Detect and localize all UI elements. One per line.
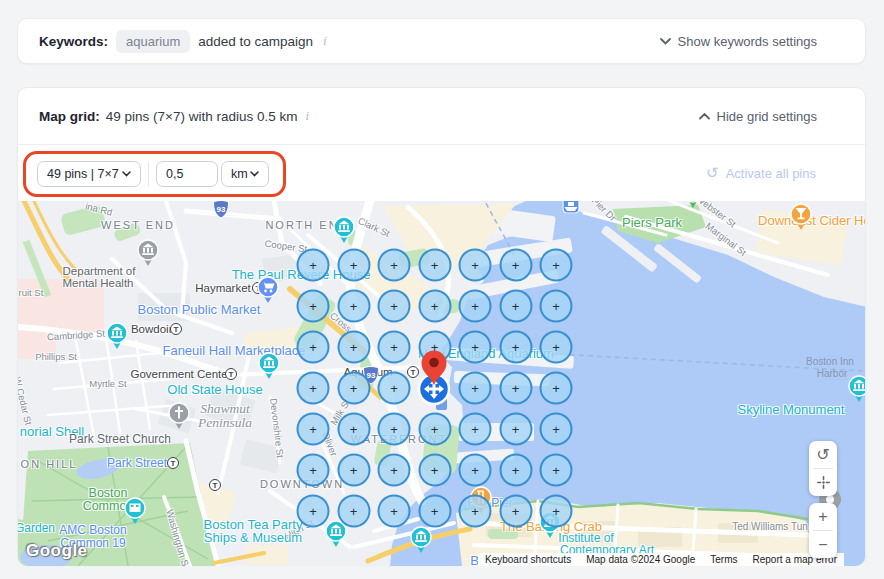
map-label: Boston Public Market <box>138 302 261 317</box>
grid-pin[interactable]: + <box>378 494 411 527</box>
museum-poi-marker-icon <box>257 352 281 384</box>
grid-pin[interactable]: + <box>540 371 573 404</box>
terms-link[interactable]: Terms <box>710 554 737 565</box>
grid-pin[interactable]: + <box>297 453 330 486</box>
map-label: WEST END <box>101 219 175 231</box>
grid-pin[interactable]: + <box>459 330 492 363</box>
grid-pin[interactable]: + <box>418 494 451 527</box>
grid-pin[interactable]: + <box>540 494 573 527</box>
transit-station-icon: T <box>167 457 179 469</box>
grid-pin[interactable]: + <box>297 371 330 404</box>
google-logo[interactable]: Google <box>26 541 88 561</box>
grid-pin[interactable]: + <box>499 494 532 527</box>
grid-pin[interactable]: + <box>418 248 451 281</box>
zoom-out-button[interactable]: − <box>809 531 837 558</box>
grid-pin[interactable]: + <box>297 412 330 445</box>
grid-pin[interactable]: + <box>297 494 330 527</box>
grid-pin[interactable]: + <box>378 330 411 363</box>
radius-input[interactable] <box>156 161 218 187</box>
grid-pin[interactable]: + <box>378 453 411 486</box>
grid-pin[interactable]: + <box>499 371 532 404</box>
grid-pin[interactable]: + <box>540 412 573 445</box>
map-label: Bowdoin <box>131 323 175 335</box>
zoom-in-button[interactable]: + <box>809 503 837 530</box>
grid-pin[interactable]: + <box>499 412 532 445</box>
map-attribution: Keyboard shortcuts Map data ©2024 Google… <box>478 553 844 566</box>
grid-pin[interactable]: + <box>459 248 492 281</box>
grid-pin[interactable]: + <box>378 371 411 404</box>
selected-location-pin[interactable] <box>414 319 454 411</box>
chevron-down-icon <box>660 38 671 45</box>
svg-text:93: 93 <box>217 205 226 214</box>
map-grid-header: Map grid: 49 pins (7×7) with radius 0.5 … <box>18 88 865 145</box>
map-recenter-button[interactable] <box>809 469 837 496</box>
show-keywords-settings-button[interactable]: Show keywords settings <box>654 33 823 50</box>
grid-pin[interactable]: + <box>459 371 492 404</box>
grid-pin[interactable]: + <box>540 248 573 281</box>
museum-poi-marker-icon <box>409 526 433 558</box>
map-label: Ships & Museum <box>204 530 302 545</box>
grid-pin[interactable]: + <box>337 289 370 322</box>
map-label: Boston Inn <box>806 356 854 367</box>
grid-pin[interactable]: + <box>418 453 451 486</box>
transit-station-icon: T <box>209 479 221 491</box>
map-label: Department of <box>63 265 136 277</box>
interstate-93-shield-icon: 93 <box>212 201 231 223</box>
map-label: Garden <box>18 521 55 535</box>
tree-poi-marker-icon <box>681 201 705 213</box>
grid-pin[interactable]: + <box>337 453 370 486</box>
map-label: Park Street Church <box>69 432 171 446</box>
activate-all-pins-label: Activate all pins <box>726 166 816 181</box>
grid-pin[interactable]: + <box>378 412 411 445</box>
grid-pin[interactable]: + <box>297 330 330 363</box>
grid-pin[interactable]: + <box>459 289 492 322</box>
museum-poi-marker-icon <box>332 216 356 248</box>
show-keywords-settings-label: Show keywords settings <box>678 34 817 49</box>
map-label: Boston <box>89 486 128 500</box>
radius-unit-value: km <box>231 167 248 181</box>
info-icon[interactable]: i <box>321 33 327 49</box>
grid-size-select[interactable]: 49 pins | 7×7 <box>37 161 141 187</box>
grid-pin[interactable]: + <box>378 289 411 322</box>
keywords-bar: Keywords: aquarium added to campaign i S… <box>17 18 866 64</box>
grid-pin[interactable]: + <box>337 412 370 445</box>
movie-poi-marker-icon <box>123 497 147 529</box>
grid-pin[interactable]: + <box>499 330 532 363</box>
map-label: Old State House <box>167 382 262 397</box>
google-map[interactable]: WEST ENDNORTH ENDWATERFRONTDOWNTOWNCON H… <box>18 201 865 566</box>
map-label: Fruit St <box>18 287 43 298</box>
grid-pin[interactable]: + <box>459 412 492 445</box>
grid-pin[interactable]: + <box>337 248 370 281</box>
hide-grid-settings-label: Hide grid settings <box>717 109 817 124</box>
grid-pin[interactable]: + <box>499 248 532 281</box>
transit-station-icon: T <box>170 323 182 335</box>
grid-pin[interactable]: + <box>337 371 370 404</box>
museum-poi-marker-icon <box>847 375 865 407</box>
controls-divider <box>148 162 149 186</box>
map-undo-button[interactable]: ↺ <box>809 441 837 468</box>
grid-pin[interactable]: + <box>540 330 573 363</box>
church-poi-marker-icon <box>167 402 191 434</box>
info-icon[interactable]: i <box>303 108 309 124</box>
grid-pin[interactable]: + <box>540 289 573 322</box>
grid-pin[interactable]: + <box>499 289 532 322</box>
grid-pin[interactable]: + <box>418 289 451 322</box>
hide-grid-settings-button[interactable]: Hide grid settings <box>693 108 823 125</box>
grid-pin[interactable]: + <box>418 412 451 445</box>
grid-pin[interactable]: + <box>378 248 411 281</box>
grid-pin[interactable]: + <box>337 330 370 363</box>
grid-pin[interactable]: + <box>499 453 532 486</box>
grid-pin[interactable]: + <box>459 453 492 486</box>
grid-pin[interactable]: + <box>297 289 330 322</box>
grid-pin[interactable]: + <box>337 494 370 527</box>
map-label: Haymarket <box>195 282 251 294</box>
grid-pin[interactable]: + <box>297 248 330 281</box>
keyboard-shortcuts-link[interactable]: Keyboard shortcuts <box>485 554 571 565</box>
activate-all-pins-button[interactable]: ↺ Activate all pins <box>700 158 822 188</box>
map-label: CON HILL <box>18 458 77 470</box>
radius-unit-select[interactable]: km <box>221 161 269 187</box>
museum-poi-marker-icon <box>105 322 129 354</box>
grid-pin[interactable]: + <box>459 494 492 527</box>
map-label: Harbor <box>817 368 848 379</box>
grid-pin[interactable]: + <box>540 453 573 486</box>
